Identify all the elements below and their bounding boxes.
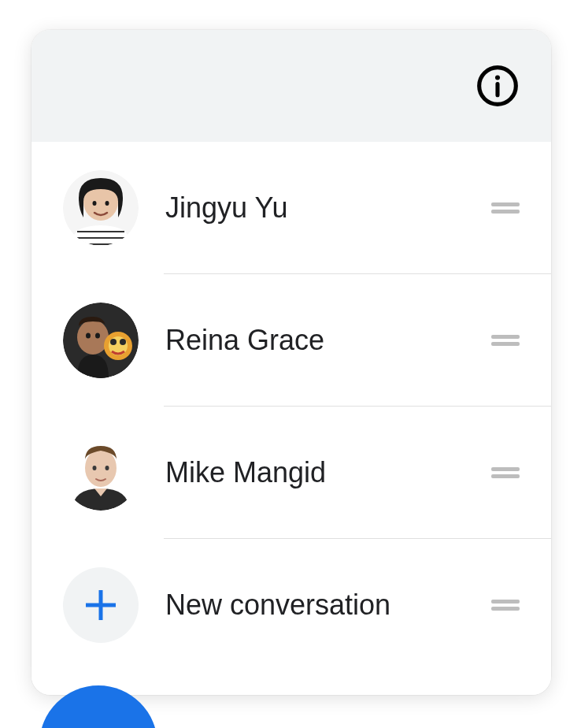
svg-point-19 <box>120 339 126 345</box>
new-conversation-item[interactable]: New conversation <box>31 539 551 671</box>
avatar <box>63 435 139 511</box>
svg-point-9 <box>93 201 97 206</box>
avatar <box>63 170 139 246</box>
info-icon[interactable] <box>476 64 520 108</box>
svg-point-24 <box>105 466 109 470</box>
contact-name: Mike Mangid <box>165 456 491 489</box>
conversation-item[interactable]: Mike Mangid <box>31 407 551 539</box>
conversation-item[interactable]: Jingyu Yu <box>31 142 551 274</box>
new-conversation-label: New conversation <box>165 589 491 622</box>
svg-point-2 <box>495 75 500 80</box>
avatar <box>63 303 139 378</box>
popover-header <box>31 30 551 142</box>
contact-name: Jingyu Yu <box>165 191 491 225</box>
svg-point-15 <box>95 333 100 339</box>
svg-point-10 <box>105 201 109 206</box>
drag-handle-icon[interactable] <box>491 600 520 611</box>
svg-point-13 <box>77 320 109 355</box>
svg-point-18 <box>110 339 117 345</box>
drag-handle-icon[interactable] <box>491 335 520 346</box>
drag-handle-icon[interactable] <box>491 202 520 214</box>
conversation-item[interactable]: Reina Grace <box>31 274 551 407</box>
conversation-list: Jingyu Yu <box>31 142 551 695</box>
svg-point-14 <box>86 333 91 339</box>
contact-name: Reina Grace <box>165 324 491 357</box>
drag-handle-icon[interactable] <box>491 467 520 478</box>
plus-icon <box>63 567 139 643</box>
conversation-popover: Jingyu Yu <box>31 30 551 695</box>
svg-point-23 <box>93 466 97 470</box>
